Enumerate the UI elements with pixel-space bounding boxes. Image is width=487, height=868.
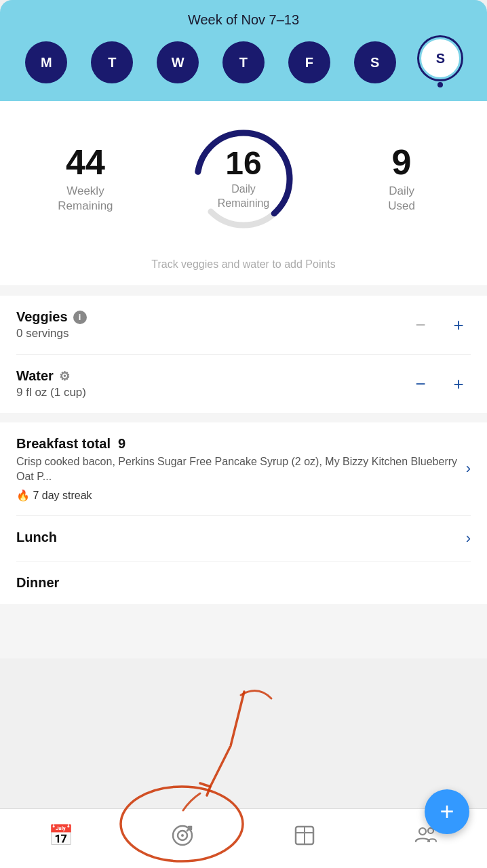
breakfast-title: Breakfast total 9 [16,436,459,452]
day-wrapper-T-3[interactable]: T [222,41,265,83]
water-subtitle: 9 fl oz (1 cup) [16,386,408,399]
food-log-icon [293,824,316,847]
header: Week of Nov 7–13 MTWTFSS [0,0,487,101]
daily-remaining-value: 16 [218,147,269,180]
water-increment-button[interactable]: + [446,372,471,396]
main-content: 44 WeeklyRemaining 16 DailyRemaining 9 D… [0,101,487,658]
weekly-remaining-block: 44 WeeklyRemaining [14,144,157,214]
day-circle-F-4[interactable]: F [288,41,330,83]
dinner-title: Dinner [16,575,471,591]
ring-container: 16 DailyRemaining [157,121,330,237]
daily-used-value: 9 [330,144,473,180]
day-wrapper-M-0[interactable]: M [25,41,67,83]
weekly-remaining-label: WeeklyRemaining [14,184,157,214]
points-section: 44 WeeklyRemaining 16 DailyRemaining 9 D… [0,101,487,250]
veggies-increment-button[interactable]: + [446,313,471,337]
weekly-remaining-value: 44 [14,144,157,180]
day-circle-T-3[interactable]: T [222,41,265,83]
water-label: Water [16,368,54,384]
veggies-info: Veggies i 0 servings [16,309,408,340]
lunch-title: Lunch [16,530,459,545]
veggies-subtitle: 0 servings [16,327,408,340]
nav-calendar[interactable]: 📅 [0,823,122,847]
lunch-row[interactable]: Lunch › [16,516,471,561]
breakfast-streak: 🔥 7 day streak [16,489,459,502]
active-day-dot [437,82,443,87]
tracker-section: Veggies i 0 servings − + Water ⚙ 9 [0,296,487,413]
info-icon[interactable]: i [73,311,87,324]
days-row: MTWTFSS [14,37,473,94]
app-container: Week of Nov 7–13 MTWTFSS 44 WeeklyRemain… [0,0,487,658]
tracker-icon [171,824,194,847]
veggies-label: Veggies [16,309,68,325]
meals-section: Breakfast total 9 Crisp cooked bacon, Pe… [0,422,487,604]
week-label: Week of Nov 7–13 [14,12,473,28]
veggies-row: Veggies i 0 servings − + [16,296,471,355]
track-hint: Track veggies and water to add Points [0,250,487,286]
water-controls: − + [408,372,471,396]
day-wrapper-S-6[interactable]: S [419,37,461,87]
day-wrapper-S-5[interactable]: S [354,41,396,83]
day-wrapper-F-4[interactable]: F [288,41,330,83]
daily-used-block: 9 DailyUsed [330,144,473,214]
daily-used-label: DailyUsed [330,184,473,214]
water-info: Water ⚙ 9 fl oz (1 cup) [16,368,408,399]
day-circle-W-2[interactable]: W [157,41,199,83]
day-circle-T-1[interactable]: T [91,41,133,83]
day-wrapper-T-1[interactable]: T [91,41,133,83]
veggies-title: Veggies i [16,309,408,325]
svg-point-9 [419,828,426,835]
nav-tracker[interactable] [122,824,244,847]
nav-community[interactable] [366,824,488,847]
water-decrement-button[interactable]: − [408,372,433,396]
daily-remaining-label: DailyRemaining [218,182,269,211]
veggies-decrement-button[interactable]: − [408,313,433,337]
day-wrapper-W-2[interactable]: W [157,41,199,83]
ring-center: 16 DailyRemaining [218,147,269,211]
dinner-content: Dinner [16,575,471,591]
nav-food-log[interactable] [244,824,366,847]
calendar-icon: 📅 [48,823,73,847]
gear-icon[interactable]: ⚙ [59,369,70,384]
breakfast-details: Crisp cooked bacon, Perkins Sugar Free P… [16,454,459,485]
day-circle-M-0[interactable]: M [25,41,67,83]
breakfast-content: Breakfast total 9 Crisp cooked bacon, Pe… [16,436,459,502]
day-circle-S-5[interactable]: S [354,41,396,83]
dinner-row[interactable]: Dinner [16,561,471,604]
lunch-content: Lunch [16,530,459,545]
veggies-controls: − + [408,313,471,337]
lunch-chevron: › [466,530,471,547]
day-circle-S-6[interactable]: S [419,37,461,79]
add-fab-button[interactable]: + [425,789,469,834]
water-row: Water ⚙ 9 fl oz (1 cup) − + [16,355,471,413]
breakfast-chevron: › [466,460,471,477]
water-title: Water ⚙ [16,368,408,384]
svg-point-4 [181,834,184,837]
bottom-nav: 📅 [0,808,487,868]
breakfast-row[interactable]: Breakfast total 9 Crisp cooked bacon, Pe… [16,422,471,516]
